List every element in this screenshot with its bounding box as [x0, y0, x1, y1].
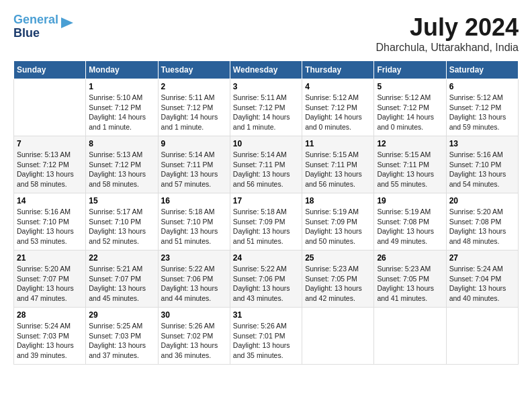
- col-header-monday: Monday: [86, 61, 158, 79]
- calendar-week-row: 14Sunrise: 5:16 AM Sunset: 7:10 PM Dayli…: [14, 193, 519, 250]
- day-number: 22: [89, 253, 154, 263]
- logo-text: GeneralBlue: [13, 13, 58, 40]
- day-info: Sunrise: 5:12 AM Sunset: 7:12 PM Dayligh…: [377, 93, 443, 132]
- day-number: 1: [89, 82, 154, 91]
- calendar-cell: 28Sunrise: 5:24 AM Sunset: 7:03 PM Dayli…: [14, 308, 86, 365]
- day-info: Sunrise: 5:14 AM Sunset: 7:11 PM Dayligh…: [161, 150, 227, 189]
- day-number: 9: [161, 139, 227, 148]
- calendar-week-row: 1Sunrise: 5:10 AM Sunset: 7:12 PM Daylig…: [14, 79, 519, 136]
- day-info: Sunrise: 5:21 AM Sunset: 7:07 PM Dayligh…: [89, 264, 154, 304]
- calendar-cell: 21Sunrise: 5:20 AM Sunset: 7:07 PM Dayli…: [14, 250, 86, 308]
- day-number: 28: [17, 310, 83, 320]
- calendar-cell: 1Sunrise: 5:10 AM Sunset: 7:12 PM Daylig…: [86, 79, 158, 136]
- day-number: 16: [161, 196, 227, 205]
- calendar-cell: 11Sunrise: 5:15 AM Sunset: 7:11 PM Dayli…: [302, 136, 374, 193]
- title-block: July 2024 Dharchula, Uttarakhand, India: [375, 13, 519, 54]
- calendar-cell: 19Sunrise: 5:19 AM Sunset: 7:08 PM Dayli…: [374, 193, 446, 250]
- day-number: 10: [233, 139, 299, 148]
- calendar-table: SundayMondayTuesdayWednesdayThursdayFrid…: [13, 60, 519, 365]
- day-number: 29: [89, 310, 154, 320]
- calendar-cell: 27Sunrise: 5:24 AM Sunset: 7:04 PM Dayli…: [446, 250, 518, 308]
- day-number: 18: [305, 196, 371, 205]
- day-number: 24: [233, 253, 299, 263]
- calendar-week-row: 28Sunrise: 5:24 AM Sunset: 7:03 PM Dayli…: [14, 308, 519, 365]
- calendar-cell: 2Sunrise: 5:11 AM Sunset: 7:12 PM Daylig…: [158, 79, 230, 136]
- day-number: 4: [305, 82, 371, 91]
- day-info: Sunrise: 5:23 AM Sunset: 7:05 PM Dayligh…: [305, 264, 371, 304]
- day-info: Sunrise: 5:19 AM Sunset: 7:08 PM Dayligh…: [377, 207, 443, 246]
- day-info: Sunrise: 5:24 AM Sunset: 7:04 PM Dayligh…: [449, 264, 515, 304]
- day-info: Sunrise: 5:12 AM Sunset: 7:12 PM Dayligh…: [305, 93, 371, 132]
- day-info: Sunrise: 5:20 AM Sunset: 7:08 PM Dayligh…: [449, 207, 515, 246]
- day-info: Sunrise: 5:15 AM Sunset: 7:11 PM Dayligh…: [377, 150, 443, 189]
- calendar-cell: 24Sunrise: 5:22 AM Sunset: 7:06 PM Dayli…: [230, 250, 302, 308]
- calendar-cell: 17Sunrise: 5:18 AM Sunset: 7:09 PM Dayli…: [230, 193, 302, 250]
- calendar-cell: 3Sunrise: 5:11 AM Sunset: 7:12 PM Daylig…: [230, 79, 302, 136]
- day-info: Sunrise: 5:10 AM Sunset: 7:12 PM Dayligh…: [89, 93, 154, 132]
- calendar-cell: 13Sunrise: 5:16 AM Sunset: 7:10 PM Dayli…: [446, 136, 518, 193]
- day-info: Sunrise: 5:23 AM Sunset: 7:05 PM Dayligh…: [377, 264, 443, 304]
- calendar-cell: [374, 308, 446, 365]
- day-info: Sunrise: 5:11 AM Sunset: 7:12 PM Dayligh…: [233, 93, 299, 132]
- day-number: 30: [161, 310, 227, 320]
- calendar-cell: 10Sunrise: 5:14 AM Sunset: 7:11 PM Dayli…: [230, 136, 302, 193]
- calendar-cell: 31Sunrise: 5:26 AM Sunset: 7:01 PM Dayli…: [230, 308, 302, 365]
- calendar-cell: 25Sunrise: 5:23 AM Sunset: 7:05 PM Dayli…: [302, 250, 374, 308]
- col-header-thursday: Thursday: [302, 61, 374, 79]
- day-number: 5: [377, 82, 443, 91]
- day-info: Sunrise: 5:18 AM Sunset: 7:09 PM Dayligh…: [233, 207, 299, 246]
- col-header-friday: Friday: [374, 61, 446, 79]
- day-info: Sunrise: 5:17 AM Sunset: 7:10 PM Dayligh…: [89, 207, 154, 246]
- col-header-saturday: Saturday: [446, 61, 518, 79]
- calendar-cell: 9Sunrise: 5:14 AM Sunset: 7:11 PM Daylig…: [158, 136, 230, 193]
- day-info: Sunrise: 5:22 AM Sunset: 7:06 PM Dayligh…: [161, 264, 227, 304]
- calendar-cell: 20Sunrise: 5:20 AM Sunset: 7:08 PM Dayli…: [446, 193, 518, 250]
- day-info: Sunrise: 5:22 AM Sunset: 7:06 PM Dayligh…: [233, 264, 299, 304]
- calendar-week-row: 7Sunrise: 5:13 AM Sunset: 7:12 PM Daylig…: [14, 136, 519, 193]
- location-title: Dharchula, Uttarakhand, India: [375, 42, 519, 54]
- day-info: Sunrise: 5:26 AM Sunset: 7:01 PM Dayligh…: [233, 321, 299, 361]
- calendar-cell: 15Sunrise: 5:17 AM Sunset: 7:10 PM Dayli…: [86, 193, 158, 250]
- logo: GeneralBlue: [13, 13, 75, 40]
- day-number: 17: [233, 196, 299, 205]
- svg-marker-0: [61, 17, 73, 28]
- day-info: Sunrise: 5:12 AM Sunset: 7:12 PM Dayligh…: [449, 93, 515, 132]
- day-info: Sunrise: 5:25 AM Sunset: 7:03 PM Dayligh…: [89, 321, 154, 361]
- calendar-cell: 5Sunrise: 5:12 AM Sunset: 7:12 PM Daylig…: [374, 79, 446, 136]
- calendar-cell: [14, 79, 86, 136]
- calendar-cell: 4Sunrise: 5:12 AM Sunset: 7:12 PM Daylig…: [302, 79, 374, 136]
- day-number: 25: [305, 253, 371, 263]
- day-info: Sunrise: 5:13 AM Sunset: 7:12 PM Dayligh…: [89, 150, 154, 189]
- calendar-cell: 16Sunrise: 5:18 AM Sunset: 7:10 PM Dayli…: [158, 193, 230, 250]
- calendar-cell: 12Sunrise: 5:15 AM Sunset: 7:11 PM Dayli…: [374, 136, 446, 193]
- month-title: July 2024: [375, 13, 519, 42]
- col-header-tuesday: Tuesday: [158, 61, 230, 79]
- day-info: Sunrise: 5:24 AM Sunset: 7:03 PM Dayligh…: [17, 321, 83, 361]
- day-info: Sunrise: 5:16 AM Sunset: 7:10 PM Dayligh…: [17, 207, 83, 246]
- day-number: 14: [17, 196, 83, 205]
- calendar-cell: 22Sunrise: 5:21 AM Sunset: 7:07 PM Dayli…: [86, 250, 158, 308]
- day-number: 7: [17, 139, 83, 148]
- day-number: 6: [449, 82, 515, 91]
- calendar-cell: [446, 308, 518, 365]
- calendar-cell: 6Sunrise: 5:12 AM Sunset: 7:12 PM Daylig…: [446, 79, 518, 136]
- day-number: 21: [17, 253, 83, 263]
- calendar-cell: 18Sunrise: 5:19 AM Sunset: 7:09 PM Dayli…: [302, 193, 374, 250]
- day-number: 26: [377, 253, 443, 263]
- calendar-header-row: SundayMondayTuesdayWednesdayThursdayFrid…: [14, 61, 519, 79]
- day-number: 31: [233, 310, 299, 320]
- calendar-cell: 29Sunrise: 5:25 AM Sunset: 7:03 PM Dayli…: [86, 308, 158, 365]
- day-number: 23: [161, 253, 227, 263]
- day-info: Sunrise: 5:14 AM Sunset: 7:11 PM Dayligh…: [233, 150, 299, 189]
- day-number: 20: [449, 196, 515, 205]
- day-info: Sunrise: 5:11 AM Sunset: 7:12 PM Dayligh…: [161, 93, 227, 132]
- day-number: 2: [161, 82, 227, 91]
- calendar-cell: [302, 308, 374, 365]
- calendar-cell: 30Sunrise: 5:26 AM Sunset: 7:02 PM Dayli…: [158, 308, 230, 365]
- day-number: 3: [233, 82, 299, 91]
- day-number: 12: [377, 139, 443, 148]
- day-info: Sunrise: 5:13 AM Sunset: 7:12 PM Dayligh…: [17, 150, 83, 189]
- day-info: Sunrise: 5:18 AM Sunset: 7:10 PM Dayligh…: [161, 207, 227, 246]
- col-header-wednesday: Wednesday: [230, 61, 302, 79]
- day-number: 11: [305, 139, 371, 148]
